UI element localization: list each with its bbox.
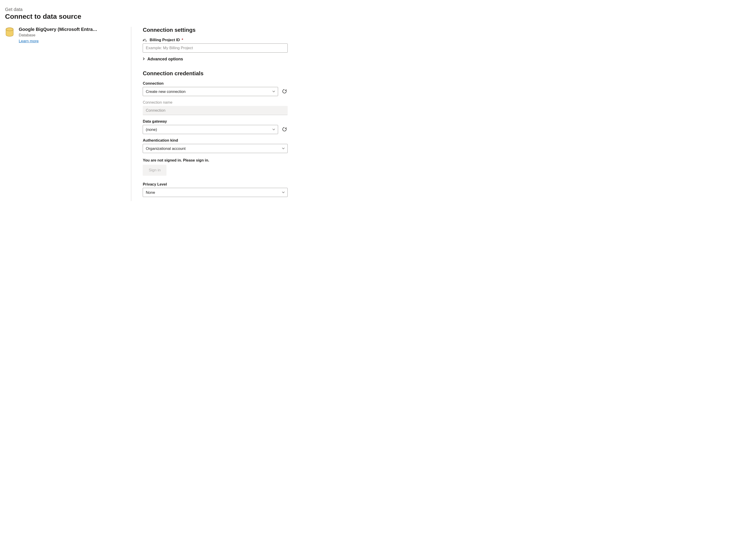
chevron-right-icon — [143, 57, 145, 61]
settings-heading: Connection settings — [143, 27, 288, 33]
credentials-heading: Connection credentials — [143, 70, 288, 77]
connection-select[interactable]: Create new connection — [143, 87, 278, 96]
signin-button[interactable]: Sign in — [143, 165, 166, 176]
connector-info-pane: Google BigQuery (Microsoft Entra… Databa… — [5, 27, 131, 201]
connector-name: Google BigQuery (Microsoft Entra… — [19, 27, 97, 32]
billing-project-label: A B C Billing Project ID * — [143, 38, 288, 42]
database-icon — [5, 27, 14, 38]
svg-text:C: C — [146, 40, 147, 42]
refresh-icon — [282, 88, 287, 95]
data-gateway-label: Data gateway — [143, 119, 288, 124]
connection-form: Connection settings A B C Billing Projec… — [131, 27, 288, 201]
page-title: Connect to data source — [5, 12, 288, 20]
advanced-options-toggle[interactable]: Advanced options — [143, 57, 183, 61]
privacy-level-select[interactable]: None — [143, 188, 288, 197]
privacy-level-label: Privacy Level — [143, 182, 288, 186]
gateway-refresh-button[interactable] — [281, 126, 288, 133]
refresh-icon — [282, 127, 287, 133]
auth-kind-label: Authentication kind — [143, 138, 288, 143]
text-type-icon: A B C — [143, 38, 148, 42]
required-mark: * — [182, 38, 183, 42]
learn-more-link[interactable]: Learn more — [19, 39, 38, 43]
billing-project-label-text: Billing Project ID — [150, 38, 180, 42]
connection-name-input — [143, 106, 288, 115]
signin-message: You are not signed in. Please sign in. — [143, 158, 288, 162]
connection-label: Connection — [143, 81, 288, 85]
page-eyebrow: Get data — [5, 7, 288, 12]
data-gateway-select[interactable]: (none) — [143, 125, 278, 134]
auth-kind-select[interactable]: Organizational account — [143, 144, 288, 153]
connection-refresh-button[interactable] — [281, 88, 288, 95]
connection-name-label: Connection name — [143, 100, 288, 105]
billing-project-input[interactable] — [143, 44, 288, 53]
connector-kind: Database — [19, 33, 97, 37]
advanced-options-label: Advanced options — [147, 57, 183, 61]
